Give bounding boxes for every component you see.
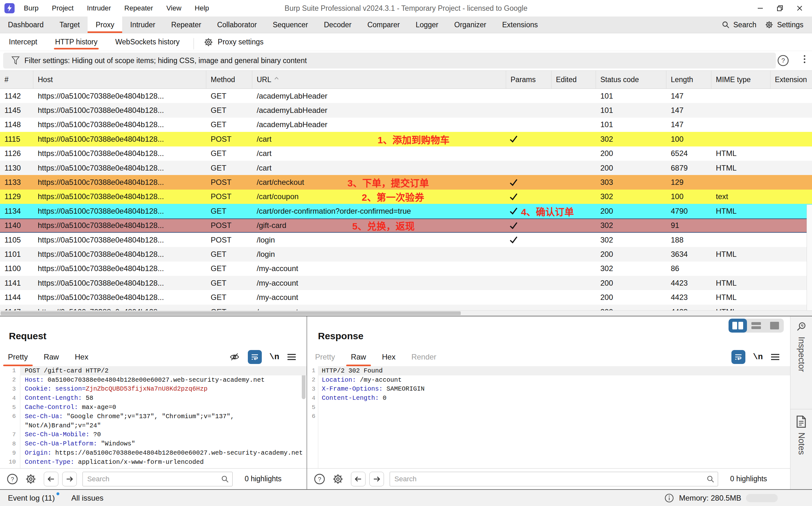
col-header-edited[interactable]: Edited [551, 71, 596, 88]
previous-match-button[interactable] [44, 472, 58, 486]
filter-settings-bar[interactable]: Filter settings: Hiding out of scope ite… [3, 53, 776, 69]
layout-single-pane-button[interactable] [765, 319, 784, 333]
svg-text:?: ? [781, 57, 785, 64]
history-row-1147[interactable]: 1147https://0a5100c70388e0e4804b128...GE… [0, 305, 812, 310]
response-tab-raw[interactable]: Raw [343, 348, 374, 366]
history-row-1130[interactable]: 1130https://0a5100c70388e0e4804b128...GE… [0, 161, 812, 175]
tab-target[interactable]: Target [52, 16, 88, 33]
hamburger-menu-icon[interactable] [770, 353, 780, 361]
history-row-1100[interactable]: 1100https://0a5100c70388e0e4804b128...GE… [0, 262, 812, 276]
table-horizontal-scrollbar[interactable] [0, 310, 812, 316]
col-header-host[interactable]: Host [33, 71, 206, 88]
menu-burp[interactable]: Burp [17, 0, 45, 16]
history-row-1144[interactable]: 1144https://0a5100c70388e0e4804b128...GE… [0, 290, 812, 304]
show-newlines-icon[interactable]: \n [753, 352, 763, 362]
proxy-settings-button[interactable]: Proxy settings [199, 37, 268, 47]
history-row-1126[interactable]: 1126https://0a5100c70388e0e4804b128...GE… [0, 147, 812, 161]
tab-comparer[interactable]: Comparer [360, 16, 408, 33]
tab-intruder[interactable]: Intruder [122, 16, 163, 33]
history-row-1115[interactable]: 1115https://0a5100c70388e0e4804b128...PO… [0, 132, 812, 146]
menu-repeater[interactable]: Repeater [118, 0, 160, 16]
col-header-length[interactable]: Length [666, 71, 712, 88]
hide-matches-eye-slash-icon[interactable] [229, 351, 240, 363]
history-row-1133[interactable]: 1133https://0a5100c70388e0e4804b128...PO… [0, 175, 812, 189]
code-line: 3X-Frame-Options: SAMEORIGIN [307, 385, 790, 394]
col-header-params[interactable]: Params [506, 71, 551, 88]
tab-decoder[interactable]: Decoder [316, 16, 360, 33]
cell-method: GET [206, 106, 252, 115]
response-tab-render[interactable]: Render [403, 348, 444, 366]
word-wrap-toggle-icon[interactable] [248, 350, 262, 364]
request-tab-raw[interactable]: Raw [36, 348, 67, 366]
cell-host: https://0a5100c70388e0e4804b128... [33, 120, 206, 129]
title-bar: BurpProjectIntruderRepeaterViewHelp Burp… [0, 0, 812, 16]
history-row-1141[interactable]: 1141https://0a5100c70388e0e4804b128...GE… [0, 276, 812, 290]
notes-tab[interactable]: Notes [791, 415, 812, 455]
response-tab-hex[interactable]: Hex [374, 348, 403, 366]
subtab-http-history[interactable]: HTTP history [46, 33, 106, 51]
scrollbar-thumb[interactable] [1, 311, 461, 315]
request-search-input[interactable] [82, 472, 233, 486]
request-tab-pretty[interactable]: Pretty [0, 348, 36, 366]
help-icon[interactable]: ? [777, 54, 790, 67]
response-panel: Response PrettyRawHexRender \n [307, 316, 790, 489]
kebab-menu-icon[interactable] [804, 55, 805, 63]
help-icon[interactable]: ? [6, 473, 18, 485]
col-header-url[interactable]: URL [252, 71, 506, 88]
history-row-1142[interactable]: 1142https://0a5100c70388e0e4804b128...GE… [0, 89, 812, 103]
subtab-websockets-history[interactable]: WebSockets history [106, 33, 189, 51]
response-tab-pretty[interactable]: Pretty [307, 348, 343, 366]
next-match-button[interactable] [62, 472, 77, 486]
col-header-extension[interactable]: Extension [770, 71, 812, 88]
tab-dashboard[interactable]: Dashboard [0, 16, 52, 33]
gear-icon[interactable] [332, 473, 344, 485]
tab-proxy[interactable]: Proxy [88, 16, 122, 33]
help-icon[interactable]: ? [313, 473, 325, 485]
restore-button[interactable] [770, 0, 790, 16]
request-tab-hex[interactable]: Hex [67, 348, 96, 366]
history-row-1145[interactable]: 1145https://0a5100c70388e0e4804b128...GE… [0, 103, 812, 117]
search-button[interactable]: Search [718, 21, 760, 29]
subtab-intercept[interactable]: Intercept [0, 33, 46, 51]
code-text: POST /gift-card HTTP/2 [0, 367, 108, 374]
gear-icon[interactable] [25, 473, 37, 485]
col-header-status-code[interactable]: Status code [596, 71, 666, 88]
tab-logger[interactable]: Logger [408, 16, 446, 33]
settings-button[interactable]: Settings [760, 20, 808, 29]
tab-organizer[interactable]: Organizer [446, 16, 494, 33]
all-issues-button[interactable]: All issues [71, 494, 103, 503]
show-newlines-icon[interactable]: \n [270, 352, 279, 362]
event-log-button[interactable]: Event log (11) [8, 494, 55, 503]
history-row-1134[interactable]: 1134https://0a5100c70388e0e4804b128...GE… [0, 204, 812, 218]
col-header-mime-type[interactable]: MIME type [712, 71, 770, 88]
minimize-button[interactable] [750, 0, 770, 16]
layout-split-rows-button[interactable] [747, 319, 765, 333]
table-vertical-scrollbar[interactable] [807, 204, 812, 310]
word-wrap-toggle-icon[interactable] [731, 350, 745, 364]
menu-project[interactable]: Project [45, 0, 80, 16]
request-editor[interactable]: 1POST /gift-card HTTP/22Host: 0a5100c703… [0, 366, 306, 468]
history-row-1101[interactable]: 1101https://0a5100c70388e0e4804b128...GE… [0, 247, 812, 261]
next-match-button[interactable] [369, 472, 384, 486]
tab-collaborator[interactable]: Collaborator [209, 16, 265, 33]
history-row-1140[interactable]: 1140https://0a5100c70388e0e4804b128...PO… [0, 219, 812, 233]
col-header--[interactable]: # [0, 71, 33, 88]
col-header-method[interactable]: Method [206, 71, 252, 88]
menu-help[interactable]: Help [188, 0, 216, 16]
close-button[interactable] [790, 0, 809, 16]
menu-view[interactable]: View [160, 0, 188, 16]
inspector-tab[interactable]: Inspector [791, 321, 812, 372]
layout-split-columns-button[interactable] [729, 319, 747, 333]
history-row-1129[interactable]: 1129https://0a5100c70388e0e4804b128...PO… [0, 190, 812, 204]
history-row-1105[interactable]: 1105https://0a5100c70388e0e4804b128...PO… [0, 233, 812, 247]
cell--: 1115 [0, 135, 33, 144]
previous-match-button[interactable] [351, 472, 366, 486]
tab-sequencer[interactable]: Sequencer [265, 16, 316, 33]
response-search-input[interactable] [390, 472, 718, 486]
menu-intruder[interactable]: Intruder [80, 0, 118, 16]
hamburger-menu-icon[interactable] [287, 353, 296, 361]
history-row-1148[interactable]: 1148https://0a5100c70388e0e4804b128...GE… [0, 117, 812, 132]
tab-extensions[interactable]: Extensions [494, 16, 546, 33]
response-editor[interactable]: 1HTTP/2 302 Found2Location: /my-account3… [307, 366, 790, 468]
tab-repeater[interactable]: Repeater [163, 16, 209, 33]
